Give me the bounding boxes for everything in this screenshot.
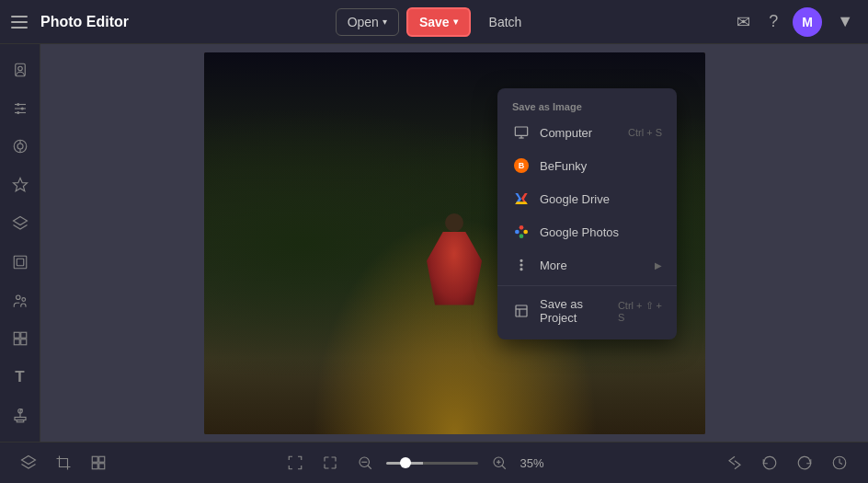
- save-to-computer[interactable]: Computer Ctrl + S: [497, 116, 677, 149]
- google-drive-label: Google Drive: [540, 192, 610, 206]
- svg-marker-36: [22, 456, 36, 465]
- svg-rect-19: [20, 333, 26, 339]
- more-chevron: ▶: [655, 260, 662, 270]
- open-button[interactable]: Open ▾: [336, 8, 399, 36]
- toolbar-right: [721, 449, 853, 477]
- header-left: Photo Editor: [11, 11, 336, 33]
- app-title: Photo Editor: [40, 14, 129, 30]
- zoom-level: 35%: [520, 456, 553, 470]
- sidebar-icon-enhance[interactable]: [4, 168, 37, 201]
- svg-point-29: [523, 230, 528, 235]
- google-photos-icon: [512, 223, 531, 241]
- save-more[interactable]: More ▶: [497, 248, 677, 282]
- computer-shortcut: Ctrl + S: [628, 127, 662, 138]
- svg-rect-37: [92, 456, 97, 462]
- svg-rect-40: [99, 464, 105, 469]
- svg-marker-13: [13, 217, 27, 225]
- svg-marker-12: [13, 178, 27, 191]
- avatar[interactable]: M: [793, 7, 822, 37]
- sidebar-icon-adjustments[interactable]: [4, 92, 37, 125]
- chat-icon-button[interactable]: ✉: [733, 8, 754, 36]
- computer-icon: [512, 123, 531, 142]
- svg-rect-39: [92, 464, 97, 469]
- svg-point-28: [520, 225, 524, 230]
- open-label: Open: [348, 15, 379, 29]
- save-to-google-photos[interactable]: Google Photos: [497, 215, 677, 248]
- svg-rect-25: [515, 127, 527, 135]
- grid-button[interactable]: [85, 449, 112, 477]
- batch-button[interactable]: Batch: [478, 9, 533, 35]
- svg-rect-18: [14, 333, 19, 339]
- bottom-toolbar: 35%: [0, 442, 868, 483]
- befunky-label: BeFunky: [540, 159, 587, 173]
- svg-line-43: [368, 466, 371, 469]
- zoom-slider[interactable]: [386, 462, 478, 465]
- undo-button[interactable]: [756, 449, 783, 477]
- sidebar-icon-text[interactable]: T: [4, 361, 37, 394]
- svg-point-5: [17, 103, 19, 106]
- svg-point-9: [17, 144, 23, 149]
- svg-rect-23: [17, 420, 24, 422]
- main: T Save as Image Computer Ctrl + S: [0, 44, 868, 442]
- sidebar-icon-effects[interactable]: [4, 131, 37, 164]
- save-chevron: ▾: [453, 17, 458, 27]
- svg-line-47: [502, 466, 506, 469]
- sidebar-icon-portrait[interactable]: [4, 53, 37, 86]
- redo-button[interactable]: [791, 449, 818, 477]
- svg-rect-15: [17, 259, 24, 266]
- svg-rect-14: [14, 256, 27, 269]
- sidebar-icon-layers[interactable]: [4, 207, 37, 240]
- svg-point-16: [16, 295, 20, 300]
- avatar-chevron[interactable]: ▼: [833, 8, 857, 35]
- svg-point-7: [17, 111, 19, 114]
- toolbar-left: [15, 449, 112, 477]
- project-icon: [512, 302, 531, 320]
- toolbar-center: 35%: [281, 449, 553, 477]
- svg-rect-38: [99, 456, 105, 462]
- open-chevron: ▾: [383, 17, 387, 27]
- save-dropdown-menu: Save as Image Computer Ctrl + S B BeFunk…: [497, 88, 677, 339]
- menu-icon[interactable]: [11, 11, 33, 33]
- header-center: Open ▾ Save ▾ Batch: [336, 7, 533, 37]
- sidebar-icon-frames[interactable]: [4, 246, 37, 279]
- sidebar-icon-collage[interactable]: [4, 323, 37, 356]
- svg-rect-35: [516, 305, 527, 316]
- header-right: ✉ ? M ▼: [532, 7, 857, 37]
- dropdown-section-label: Save as Image: [497, 96, 677, 116]
- sidebar: T: [0, 44, 40, 442]
- save-button[interactable]: Save ▾: [406, 7, 471, 37]
- layers-toggle-button[interactable]: [15, 449, 42, 477]
- header: Photo Editor Open ▾ Save ▾ Batch ✉ ? M ▼: [0, 0, 868, 44]
- google-photos-label: Google Photos: [540, 225, 619, 239]
- save-label: Save: [419, 15, 450, 29]
- flip-button[interactable]: [721, 449, 748, 477]
- canvas-area: Save as Image Computer Ctrl + S B BeFunk…: [40, 44, 868, 442]
- save-project-shortcut: Ctrl + ⇧ + S: [618, 300, 662, 323]
- sidebar-icon-stamp[interactable]: [4, 399, 37, 432]
- fit-screen-button[interactable]: [281, 449, 309, 477]
- svg-point-34: [520, 269, 522, 270]
- svg-point-30: [520, 234, 524, 238]
- svg-rect-20: [14, 339, 19, 345]
- sidebar-icon-people[interactable]: [4, 284, 37, 317]
- svg-point-6: [20, 107, 23, 109]
- save-as-project[interactable]: Save as Project Ctrl + ⇧ + S: [497, 290, 677, 332]
- computer-label: Computer: [540, 126, 592, 140]
- actual-size-button[interactable]: [316, 449, 344, 477]
- save-to-befunky[interactable]: B BeFunky: [497, 149, 677, 182]
- google-drive-icon: [512, 190, 531, 208]
- save-project-label: Save as Project: [540, 297, 609, 325]
- zoom-out-button[interactable]: [351, 449, 379, 477]
- crop-button[interactable]: [50, 449, 77, 477]
- history-button[interactable]: [826, 449, 853, 477]
- svg-point-33: [520, 264, 522, 266]
- more-icon: [512, 256, 531, 274]
- svg-point-32: [520, 259, 522, 261]
- save-to-google-drive[interactable]: Google Drive: [497, 182, 677, 215]
- help-icon-button[interactable]: ?: [765, 8, 782, 35]
- svg-point-1: [17, 66, 22, 71]
- svg-point-31: [515, 230, 520, 235]
- svg-rect-21: [20, 339, 26, 345]
- dropdown-divider: [497, 285, 677, 286]
- zoom-in-button[interactable]: [485, 449, 513, 477]
